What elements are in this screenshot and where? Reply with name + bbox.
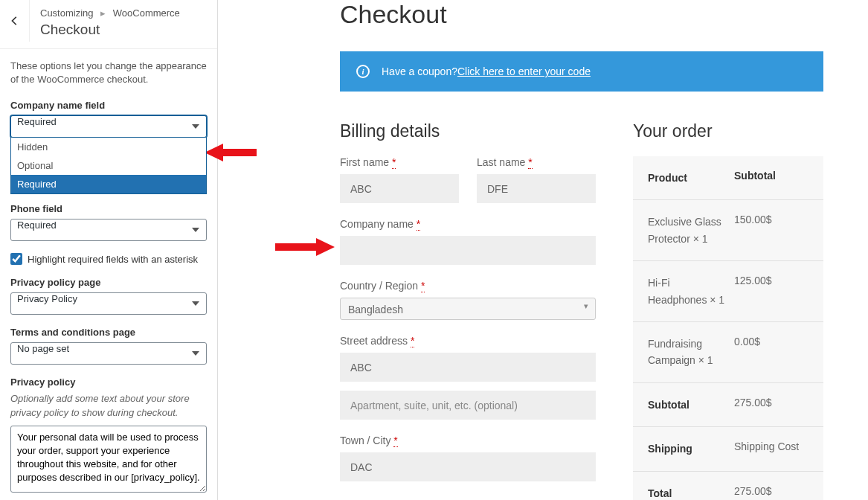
terms-page-select-wrap: No page set — [10, 342, 207, 365]
country-label: Country / Region * — [340, 280, 596, 292]
highlight-checkbox[interactable] — [10, 253, 22, 265]
dropdown-option-optional[interactable]: Optional — [11, 156, 206, 175]
privacy-page-select[interactable]: Privacy Policy — [10, 292, 207, 315]
last-name-input[interactable] — [477, 174, 596, 203]
company-select[interactable]: Required — [10, 115, 207, 138]
privacy-text-label: Privacy policy — [10, 376, 207, 388]
last-name-field: Last name * — [477, 156, 596, 203]
country-row: Country / Region * Bangladesh — [340, 280, 596, 320]
shipping-label: Shipping — [648, 440, 734, 457]
table-row: Fundraising Campaign × 1 0.00$ — [633, 322, 823, 383]
total-value: 275.00$ — [734, 485, 808, 500]
company-field-label: Company name field — [10, 100, 207, 111]
company-field: Company name * — [340, 218, 596, 265]
sidebar-header: Customizing ▸ WooCommerce Checkout — [0, 0, 217, 49]
street2-row — [340, 391, 596, 420]
breadcrumb-parent: Customizing — [40, 7, 94, 19]
company-label: Company name * — [340, 218, 596, 230]
subtotal-label: Subtotal — [648, 397, 734, 413]
company-select-wrap: Required Hidden Optional Required — [10, 115, 207, 138]
company-input[interactable] — [340, 236, 596, 265]
billing-column: Billing details First name * Last name *… — [340, 121, 596, 500]
order-header-subtotal: Subtotal — [734, 170, 808, 186]
annotation-arrow-1 — [205, 138, 257, 167]
table-row: Hi-Fi Headphones × 1 125.00$ — [633, 261, 823, 322]
town-row: Town / City * — [340, 435, 596, 481]
street-row: Street address * — [340, 335, 596, 382]
checkout-title: Checkout — [340, 0, 823, 29]
breadcrumb: Customizing ▸ WooCommerce — [40, 7, 207, 19]
product-cell: Hi-Fi Headphones × 1 — [648, 275, 734, 308]
breadcrumb-area: Customizing ▸ WooCommerce Checkout — [30, 0, 217, 48]
highlight-checkbox-row: Highlight required fields with an asteri… — [10, 253, 207, 265]
country-field: Country / Region * Bangladesh — [340, 280, 596, 320]
shipping-row: Shipping Shipping Cost — [633, 427, 823, 471]
product-cell: Exclusive Glass Protector × 1 — [648, 214, 734, 247]
dropdown-option-hidden[interactable]: Hidden — [11, 138, 206, 156]
svg-marker-1 — [275, 238, 335, 256]
coupon-notice: i Have a coupon? Click here to enter you… — [340, 51, 823, 92]
svg-marker-0 — [205, 144, 257, 161]
breadcrumb-separator: ▸ — [100, 7, 106, 19]
chevron-left-icon — [10, 16, 20, 26]
company-dropdown-list: Hidden Optional Required — [10, 138, 207, 194]
privacy-page-select-wrap: Privacy Policy — [10, 292, 207, 315]
terms-page-group: Terms and conditions page No page set — [10, 327, 207, 365]
highlight-checkbox-label: Highlight required fields with an asteri… — [28, 254, 198, 265]
town-field: Town / City * — [340, 435, 596, 481]
dropdown-option-required[interactable]: Required — [11, 175, 206, 193]
street1-input[interactable] — [340, 353, 596, 382]
subtotal-cell: 150.00$ — [734, 214, 808, 247]
billing-title: Billing details — [340, 121, 596, 141]
order-column: Your order Product Subtotal Exclusive Gl… — [633, 121, 823, 500]
last-name-label: Last name * — [477, 156, 596, 168]
order-header-product: Product — [648, 170, 734, 186]
order-title: Your order — [633, 121, 823, 141]
company-row: Company name * — [340, 218, 596, 265]
first-name-label: First name * — [340, 156, 459, 168]
privacy-text-hint: Optionally add some text about your stor… — [10, 392, 207, 419]
town-label: Town / City * — [340, 435, 596, 446]
terms-page-label: Terms and conditions page — [10, 327, 207, 338]
total-label: Total — [648, 485, 734, 500]
coupon-link[interactable]: Click here to enter your code — [457, 65, 591, 77]
country-select-wrap: Bangladesh — [340, 298, 596, 320]
first-name-field: First name * — [340, 156, 459, 203]
order-header-row: Product Subtotal — [633, 156, 823, 200]
checkout-columns: Billing details First name * Last name *… — [340, 121, 823, 500]
info-icon: i — [356, 65, 370, 78]
phone-select-wrap: Required — [10, 219, 207, 241]
subtotal-cell: 0.00$ — [734, 336, 808, 369]
street2-input[interactable] — [340, 391, 596, 420]
total-row: Total 275.00$ — [633, 472, 823, 500]
name-row: First name * Last name * — [340, 156, 596, 203]
terms-page-select[interactable]: No page set — [10, 342, 207, 365]
street2-field — [340, 391, 596, 420]
customizer-sidebar: Customizing ▸ WooCommerce Checkout These… — [0, 0, 218, 500]
privacy-page-label: Privacy policy page — [10, 277, 207, 288]
country-select[interactable]: Bangladesh — [340, 298, 596, 320]
privacy-textarea[interactable] — [10, 426, 207, 493]
subtotal-value: 275.00$ — [734, 397, 808, 413]
table-row: Exclusive Glass Protector × 1 150.00$ — [633, 200, 823, 261]
annotation-arrow-2 — [275, 232, 335, 262]
first-name-input[interactable] — [340, 174, 459, 203]
shipping-value: Shipping Cost — [734, 440, 808, 457]
subtotal-row: Subtotal 275.00$ — [633, 383, 823, 427]
phone-field-group: Phone field Required — [10, 203, 207, 241]
privacy-text-group: Privacy policy Optionally add some text … — [10, 376, 207, 494]
page-title: Checkout — [40, 22, 207, 38]
company-field-group: Company name field Required Hidden Optio… — [10, 100, 207, 138]
phone-field-label: Phone field — [10, 203, 207, 214]
sidebar-description: These options let you change the appeara… — [10, 60, 207, 86]
breadcrumb-current: WooCommerce — [113, 7, 180, 19]
street-field: Street address * — [340, 335, 596, 382]
product-cell: Fundraising Campaign × 1 — [648, 336, 734, 369]
town-input[interactable] — [340, 452, 596, 481]
phone-select[interactable]: Required — [10, 219, 207, 241]
order-table: Product Subtotal Exclusive Glass Protect… — [633, 156, 823, 500]
back-button[interactable] — [0, 0, 30, 42]
subtotal-cell: 125.00$ — [734, 275, 808, 308]
coupon-prompt: Have a coupon? — [382, 65, 457, 77]
privacy-page-group: Privacy policy page Privacy Policy — [10, 277, 207, 315]
